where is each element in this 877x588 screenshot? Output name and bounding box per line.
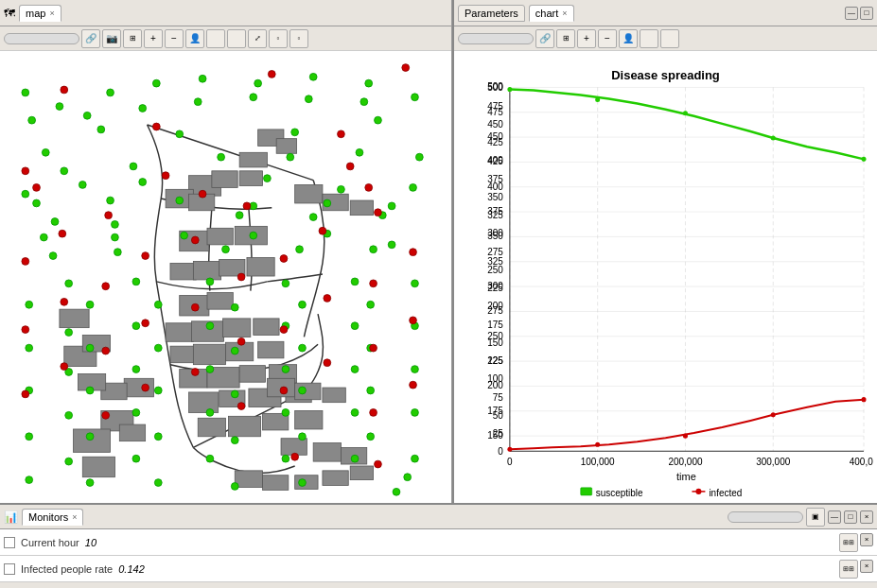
- svg-point-99: [33, 199, 41, 207]
- svg-point-175: [404, 474, 412, 481]
- person-btn[interactable]: 👤: [185, 29, 204, 48]
- maximize-btn[interactable]: □: [860, 7, 873, 20]
- svg-text:50: 50: [493, 410, 503, 421]
- svg-point-74: [139, 105, 147, 112]
- svg-point-154: [282, 408, 289, 416]
- svg-point-102: [236, 212, 243, 219]
- svg-point-220: [370, 408, 377, 416]
- svg-point-121: [65, 280, 73, 287]
- svg-point-127: [367, 301, 375, 308]
- map-icon: 🗺: [4, 7, 15, 20]
- map-slider[interactable]: [4, 33, 79, 44]
- monitor-close-1[interactable]: ×: [860, 560, 873, 573]
- monitors-slider[interactable]: [728, 511, 803, 523]
- window-btn1[interactable]: ▫: [269, 29, 288, 48]
- svg-point-189: [243, 202, 251, 210]
- monitors-controls: ▣ — □ ×: [728, 508, 873, 527]
- expand-btn[interactable]: ⤢: [248, 29, 267, 48]
- svg-point-216: [280, 387, 288, 394]
- svg-point-92: [338, 185, 345, 193]
- svg-rect-53: [313, 443, 341, 462]
- chart-tab-close[interactable]: ×: [562, 9, 567, 18]
- svg-point-122: [26, 301, 33, 308]
- svg-point-217: [410, 381, 417, 389]
- monitors-tab[interactable]: Monitors ×: [22, 509, 83, 526]
- square-btn1[interactable]: [206, 29, 225, 48]
- svg-point-196: [280, 255, 288, 263]
- svg-rect-41: [295, 184, 323, 203]
- svg-rect-43: [350, 200, 373, 216]
- svg-text:300: 300: [487, 228, 503, 238]
- monitors-view-btn1[interactable]: ▣: [806, 508, 825, 527]
- monitor-close-0[interactable]: ×: [860, 533, 873, 546]
- chart-zoom-fit-btn[interactable]: ⊞: [556, 29, 575, 48]
- chart-svg: Disease spreading: [458, 59, 873, 499]
- svg-point-303: [695, 489, 701, 494]
- chart-tab[interactable]: chart ×: [529, 5, 574, 22]
- svg-point-108: [181, 232, 188, 239]
- svg-text:225: 225: [487, 283, 503, 293]
- window-btn2[interactable]: ▫: [289, 29, 308, 48]
- monitor-label-0: Current hour: [21, 537, 79, 548]
- svg-point-79: [176, 130, 184, 138]
- svg-point-193: [319, 227, 326, 234]
- monitors-min-btn[interactable]: —: [828, 510, 841, 524]
- svg-rect-11: [170, 263, 196, 280]
- square-btn2[interactable]: [227, 29, 246, 48]
- monitor-btn-0a[interactable]: ⊞⊞: [839, 533, 858, 552]
- chart-person-btn[interactable]: 👤: [619, 29, 638, 48]
- svg-point-134: [26, 344, 33, 352]
- svg-point-101: [112, 220, 119, 228]
- svg-rect-17: [166, 323, 193, 342]
- svg-point-160: [154, 433, 162, 441]
- svg-point-66: [254, 79, 262, 87]
- svg-text:susceptible: susceptible: [596, 488, 643, 498]
- chart-window-controls: — □: [845, 7, 873, 20]
- parameters-tab[interactable]: Parameters: [458, 5, 525, 22]
- chart-sq-btn2[interactable]: [660, 29, 679, 48]
- monitor-row-1: Infected people rate 0.142 ⊞⊞ ×: [0, 556, 877, 582]
- svg-point-123: [86, 301, 94, 308]
- svg-point-174: [299, 479, 307, 487]
- map-tab-close[interactable]: ×: [49, 9, 54, 18]
- svg-point-125: [231, 303, 238, 311]
- zoom-in-btn[interactable]: +: [144, 29, 163, 48]
- svg-rect-50: [323, 471, 348, 486]
- map-content[interactable]: [0, 51, 451, 503]
- svg-point-69: [412, 94, 419, 101]
- svg-point-71: [305, 95, 312, 103]
- monitors-tab-close[interactable]: ×: [72, 512, 77, 522]
- camera-btn[interactable]: 📷: [102, 29, 121, 48]
- chart-zoom-out-btn[interactable]: −: [598, 29, 617, 48]
- zoom-fit-btn[interactable]: ⊞: [123, 29, 142, 48]
- svg-point-291: [683, 111, 688, 115]
- chart-slider[interactable]: [458, 33, 534, 44]
- svg-point-135: [86, 344, 94, 352]
- map-tab[interactable]: map ×: [19, 5, 61, 22]
- chart-link-btn[interactable]: 🔗: [535, 29, 554, 48]
- svg-text:500: 500: [487, 82, 503, 93]
- zoom-out-btn[interactable]: −: [165, 29, 184, 48]
- svg-point-131: [206, 322, 214, 330]
- chart-sq-btn1[interactable]: [640, 29, 658, 48]
- top-section: 🗺 map × 🔗 📷 ⊞ + − 👤 ⤢ ▫ ▫: [0, 0, 877, 503]
- svg-point-167: [206, 455, 214, 462]
- minimize-btn[interactable]: —: [845, 7, 858, 20]
- svg-rect-5: [239, 171, 262, 186]
- svg-point-194: [22, 258, 29, 266]
- monitors-max-btn[interactable]: □: [844, 510, 857, 524]
- svg-point-173: [231, 483, 238, 491]
- svg-point-151: [367, 387, 375, 394]
- svg-point-70: [360, 98, 368, 106]
- link-btn[interactable]: 🔗: [81, 29, 100, 48]
- monitor-btn-1a[interactable]: ⊞⊞: [839, 560, 858, 579]
- svg-point-298: [862, 397, 867, 402]
- svg-point-218: [102, 411, 110, 419]
- svg-point-182: [22, 167, 29, 175]
- svg-point-158: [26, 433, 33, 441]
- chart-zoom-in-btn[interactable]: +: [577, 29, 596, 48]
- svg-rect-27: [239, 366, 265, 383]
- monitors-close-btn[interactable]: ×: [860, 510, 873, 524]
- svg-point-109: [112, 233, 119, 241]
- svg-rect-36: [295, 410, 323, 429]
